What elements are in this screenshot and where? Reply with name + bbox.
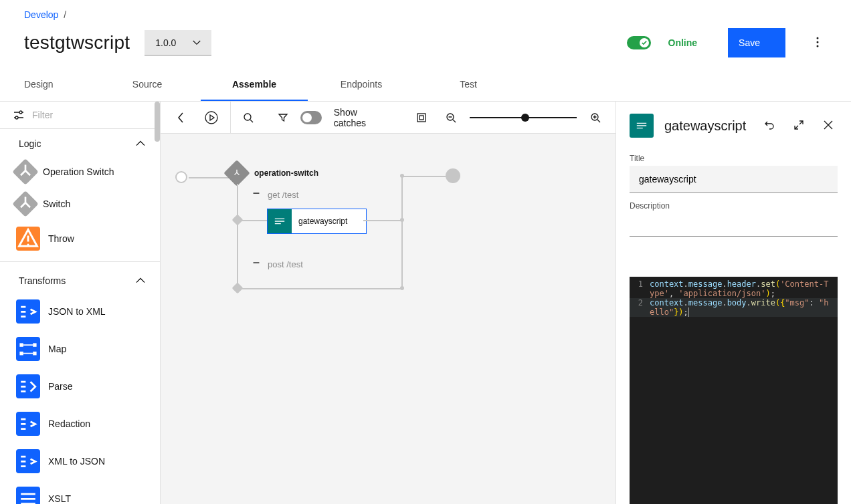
canvas-toolbar: Show catches bbox=[161, 102, 616, 134]
palette-item-xslt[interactable]: XSLT bbox=[0, 480, 160, 504]
switch-icon bbox=[16, 195, 35, 213]
page-title: testgtwscript bbox=[24, 32, 130, 53]
palette-item-switch[interactable]: Switch bbox=[0, 188, 160, 220]
palette-item-map[interactable]: Map bbox=[0, 330, 160, 368]
fit-screen-icon bbox=[416, 112, 427, 123]
description-input[interactable] bbox=[630, 213, 838, 237]
fit-button[interactable] bbox=[409, 106, 434, 130]
property-panel-header: gatewayscript bbox=[616, 102, 851, 148]
operation-switch-node[interactable] bbox=[227, 164, 246, 182]
tab-design[interactable]: Design bbox=[0, 70, 94, 101]
tab-bar: Design Source Assemble Endpoints Test bbox=[0, 70, 851, 102]
case-2-label: post /test bbox=[268, 259, 303, 269]
group-transforms-header[interactable]: Transforms bbox=[0, 266, 160, 293]
transform-icon bbox=[16, 452, 40, 471]
palette-item-label: Throw bbox=[48, 233, 74, 244]
chevron-up-icon bbox=[136, 140, 145, 147]
palette-item-label: Map bbox=[48, 344, 66, 354]
play-button[interactable] bbox=[198, 104, 225, 131]
property-panel-title: gatewayscript bbox=[664, 118, 749, 134]
title-field: Title bbox=[616, 148, 851, 196]
svg-point-5 bbox=[27, 243, 29, 245]
xslt-icon bbox=[16, 489, 40, 504]
breadcrumb: Develop / bbox=[0, 0, 851, 23]
search-button[interactable] bbox=[236, 106, 260, 130]
search-icon bbox=[243, 112, 254, 123]
version-value: 1.0.0 bbox=[155, 37, 176, 48]
flow-end-node[interactable] bbox=[446, 168, 460, 183]
script-icon bbox=[630, 114, 654, 138]
filter-input[interactable] bbox=[32, 110, 149, 120]
svg-point-11 bbox=[244, 114, 251, 120]
maximize-icon bbox=[793, 120, 804, 130]
transform-icon bbox=[16, 302, 40, 322]
svg-rect-12 bbox=[417, 114, 426, 122]
chevron-left-icon bbox=[175, 112, 186, 123]
description-label: Description bbox=[630, 201, 838, 211]
svg-rect-9 bbox=[33, 352, 36, 355]
maximize-button[interactable] bbox=[789, 116, 808, 136]
zoom-track[interactable] bbox=[470, 117, 577, 118]
zoom-out-button[interactable] bbox=[439, 106, 463, 130]
close-button[interactable] bbox=[819, 116, 838, 136]
operation-switch-label: operation-switch bbox=[254, 168, 318, 178]
map-icon bbox=[16, 340, 40, 359]
group-transforms-label: Transforms bbox=[19, 275, 66, 286]
script-icon bbox=[274, 217, 286, 226]
settings-adjust-icon bbox=[13, 110, 24, 120]
canvas-area: Show catches operation-switch – bbox=[161, 102, 616, 504]
filter-row bbox=[0, 102, 160, 129]
policy-palette: Logic Operation Switch Switch Throw Tran… bbox=[0, 102, 161, 504]
flow-start-node[interactable] bbox=[175, 171, 187, 183]
undo-button[interactable] bbox=[760, 116, 779, 136]
gatewayscript-node[interactable]: gatewayscript bbox=[268, 209, 366, 233]
checkmark-icon bbox=[642, 40, 647, 45]
zoom-thumb[interactable] bbox=[521, 114, 529, 122]
zoom-slider bbox=[439, 106, 607, 130]
title-label: Title bbox=[630, 154, 838, 163]
palette-item-label: Operation Switch bbox=[43, 166, 114, 177]
svg-point-4 bbox=[15, 116, 18, 119]
parse-icon bbox=[16, 377, 40, 396]
palette-item-json-to-xml[interactable]: JSON to XML bbox=[0, 293, 160, 330]
svg-point-10 bbox=[205, 112, 217, 124]
tab-source[interactable]: Source bbox=[94, 70, 201, 101]
tab-test[interactable]: Test bbox=[415, 70, 522, 101]
palette-item-xml-to-json[interactable]: XML to JSON bbox=[0, 443, 160, 480]
undo-icon bbox=[764, 120, 775, 130]
kebab-icon bbox=[816, 37, 819, 47]
svg-rect-13 bbox=[419, 116, 423, 120]
palette-item-parse[interactable]: Parse bbox=[0, 368, 160, 405]
palette-item-label: XML to JSON bbox=[48, 456, 105, 467]
show-catches-toggle[interactable] bbox=[300, 111, 322, 124]
title-input[interactable] bbox=[630, 166, 838, 193]
group-logic-header[interactable]: Logic bbox=[0, 129, 160, 156]
filter-icon bbox=[278, 112, 288, 123]
palette-item-operation-switch[interactable]: Operation Switch bbox=[0, 156, 160, 188]
redaction-icon bbox=[16, 414, 40, 434]
code-editor[interactable]: 1 context.message.header.set('Content-Ty… bbox=[630, 277, 838, 504]
svg-rect-7 bbox=[19, 352, 23, 355]
palette-item-throw[interactable]: Throw bbox=[0, 220, 160, 257]
palette-item-label: Switch bbox=[43, 199, 70, 209]
svg-point-0 bbox=[817, 37, 819, 39]
tab-assemble[interactable]: Assemble bbox=[201, 70, 308, 101]
close-icon bbox=[823, 120, 834, 130]
save-button[interactable]: Save bbox=[728, 28, 785, 57]
zoom-in-button[interactable] bbox=[583, 106, 607, 130]
back-button[interactable] bbox=[169, 106, 193, 130]
zoom-out-icon bbox=[446, 112, 456, 123]
status-toggle[interactable] bbox=[627, 36, 651, 49]
filter-button[interactable] bbox=[271, 106, 295, 130]
version-select[interactable]: 1.0.0 bbox=[145, 30, 211, 55]
switch-icon bbox=[16, 162, 35, 181]
tab-endpoints[interactable]: Endpoints bbox=[308, 70, 415, 101]
description-field: Description bbox=[616, 196, 851, 239]
svg-point-1 bbox=[817, 41, 819, 43]
gatewayscript-node-label: gatewayscript bbox=[292, 217, 366, 226]
breadcrumb-develop[interactable]: Develop bbox=[24, 9, 58, 20]
overflow-menu-button[interactable] bbox=[808, 29, 827, 57]
palette-item-redaction[interactable]: Redaction bbox=[0, 405, 160, 443]
assembly-canvas[interactable]: operation-switch – get /test – post /tes… bbox=[161, 134, 616, 504]
switch-icon bbox=[232, 168, 242, 178]
